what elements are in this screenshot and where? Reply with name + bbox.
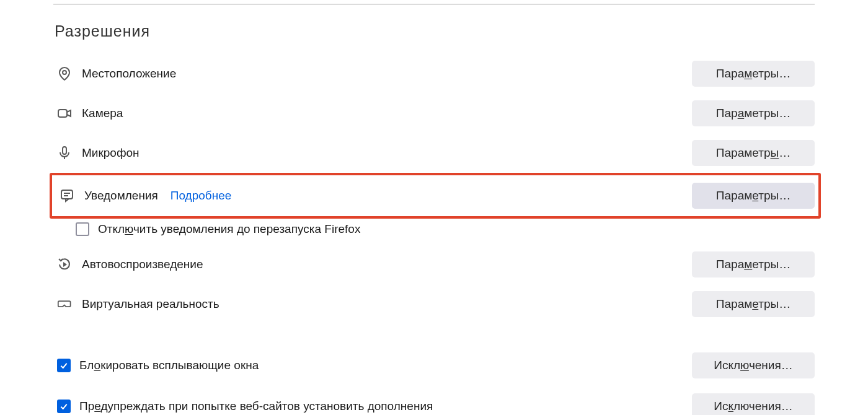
row-location: Местоположение Параметры…: [53, 54, 815, 94]
label-camera: Камера: [82, 107, 123, 120]
check-icon: [59, 401, 69, 411]
row-camera: Камера Параметры…: [53, 94, 815, 133]
location-icon: [57, 66, 72, 81]
row-block-popups: Блокировать всплывающие окна Исключения…: [53, 345, 815, 386]
settings-button-camera[interactable]: Параметры…: [692, 100, 815, 126]
checkbox-pause-notifications[interactable]: [76, 222, 89, 236]
svg-marker-7: [63, 262, 67, 267]
label-warn-addons: Предупреждать при попытке веб-сайтов уст…: [79, 400, 433, 413]
divider: [53, 4, 815, 5]
label-microphone: Микрофон: [82, 146, 140, 160]
check-icon: [59, 360, 69, 370]
svg-point-0: [63, 71, 66, 74]
svg-rect-4: [61, 190, 73, 199]
settings-button-notifications[interactable]: Параметры…: [692, 183, 815, 209]
row-notifications: Уведомления Подробнее Параметры…: [53, 179, 815, 212]
autoplay-icon: [57, 257, 72, 272]
row-autoplay: Автовоспроизведение Параметры…: [53, 245, 815, 284]
label-notifications: Уведомления: [84, 189, 158, 203]
camera-icon: [57, 106, 72, 121]
label-autoplay: Автовоспроизведение: [82, 258, 203, 271]
learn-more-link[interactable]: Подробнее: [170, 189, 232, 203]
svg-rect-1: [58, 110, 67, 117]
row-warn-addons: Предупреждать при попытке веб-сайтов уст…: [53, 386, 815, 415]
exceptions-button-popups[interactable]: Исключения…: [692, 352, 815, 378]
label-vr: Виртуальная реальность: [82, 297, 219, 311]
section-title: Разрешения: [55, 22, 815, 40]
settings-button-autoplay[interactable]: Параметры…: [692, 251, 815, 277]
svg-rect-2: [63, 147, 66, 154]
exceptions-button-addons[interactable]: Исключения…: [692, 393, 815, 415]
vr-icon: [57, 297, 72, 312]
label-pause-notifications: Отключить уведомления до перезапуска Fir…: [98, 222, 360, 236]
notification-icon: [60, 188, 74, 203]
settings-button-microphone[interactable]: Параметры…: [692, 140, 815, 166]
highlight-notifications: Уведомления Подробнее Параметры…: [50, 173, 821, 219]
checkbox-warn-addons[interactable]: [57, 400, 71, 413]
label-location: Местоположение: [82, 67, 176, 81]
row-pause-notifications: Отключить уведомления до перезапуска Fir…: [53, 217, 815, 241]
microphone-icon: [57, 146, 72, 160]
checkbox-block-popups[interactable]: [57, 359, 71, 372]
settings-button-vr[interactable]: Параметры…: [692, 291, 815, 317]
row-vr: Виртуальная реальность Параметры…: [53, 284, 815, 324]
label-block-popups: Блокировать всплывающие окна: [79, 359, 259, 372]
settings-button-location[interactable]: Параметры…: [692, 61, 815, 87]
row-microphone: Микрофон Параметры…: [53, 133, 815, 173]
